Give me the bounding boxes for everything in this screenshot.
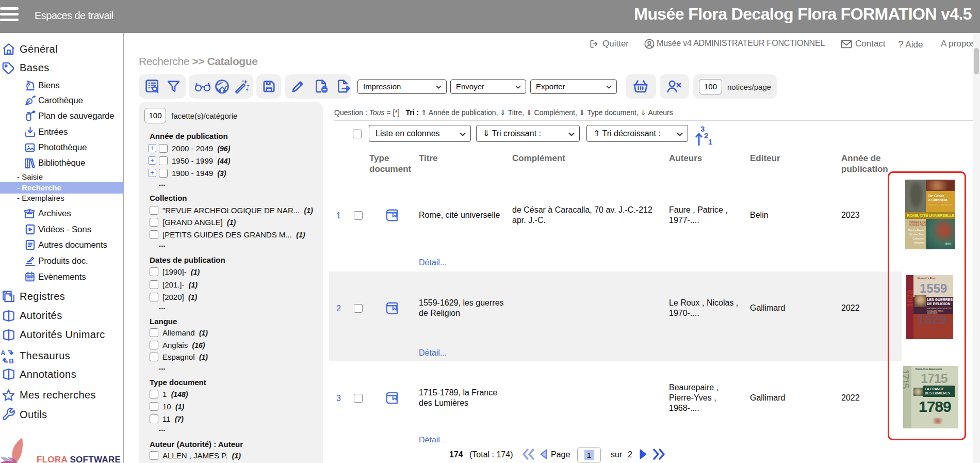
svg-text:A: A bbox=[1, 349, 6, 357]
svg-text:B: B bbox=[9, 357, 14, 364]
svg-text:1: 1 bbox=[708, 137, 712, 146]
